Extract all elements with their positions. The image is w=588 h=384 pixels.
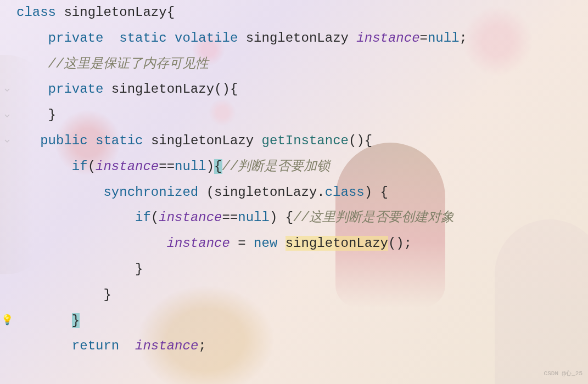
- keyword-private: private: [48, 82, 104, 97]
- null-literal: null: [175, 159, 206, 174]
- variable: instance: [356, 31, 419, 46]
- brace: }: [103, 287, 111, 302]
- variable: instance: [167, 236, 230, 251]
- brace: }: [48, 108, 56, 122]
- keyword-volatile: volatile: [175, 31, 238, 46]
- fold-icon[interactable]: [0, 103, 14, 128]
- null-literal: null: [238, 210, 270, 225]
- variable: instance: [135, 338, 198, 353]
- keyword-class: class: [16, 5, 56, 20]
- null-literal: null: [428, 31, 460, 46]
- type-name: singletonLazy: [246, 31, 349, 46]
- brace-highlight: }: [72, 313, 80, 328]
- keyword-synchronized: synchronized: [103, 185, 198, 200]
- keyword-if: if: [135, 210, 151, 225]
- keyword-public: public: [40, 133, 87, 148]
- constructor-name: singletonLazy: [111, 82, 214, 97]
- method-name: getInstance: [262, 133, 349, 148]
- brace: }: [135, 262, 143, 276]
- keyword-static: static: [119, 31, 166, 46]
- constructor-highlight: singletonLazy: [285, 236, 388, 251]
- comment: //这里判断是否要创建对象: [293, 210, 454, 225]
- editor-gutter: 💡: [0, 0, 14, 384]
- keyword-return: return: [72, 338, 119, 353]
- keyword-new: new: [254, 236, 277, 251]
- watermark: CSDN @心_25: [544, 368, 583, 380]
- brace: {: [167, 5, 175, 20]
- keyword-private: private: [48, 31, 104, 46]
- class-name: singletonLazy: [64, 5, 166, 20]
- keyword-static: static: [96, 133, 143, 148]
- keyword-if: if: [72, 159, 88, 174]
- bulb-icon[interactable]: 💡: [0, 308, 14, 334]
- comment: //这里是保证了内存可见性: [48, 57, 209, 71]
- return-type: singletonLazy: [151, 133, 254, 148]
- keyword-class: class: [325, 185, 365, 200]
- variable: instance: [96, 159, 159, 174]
- code-editor-content[interactable]: class singletonLazy{ private static vola…: [16, 0, 588, 359]
- brace-highlight: {: [214, 159, 222, 174]
- comment: //判断是否要加锁: [222, 159, 331, 174]
- fold-icon[interactable]: [0, 128, 14, 154]
- type-name: singletonLazy: [214, 185, 317, 200]
- fold-icon[interactable]: [0, 77, 14, 103]
- variable: instance: [159, 210, 222, 225]
